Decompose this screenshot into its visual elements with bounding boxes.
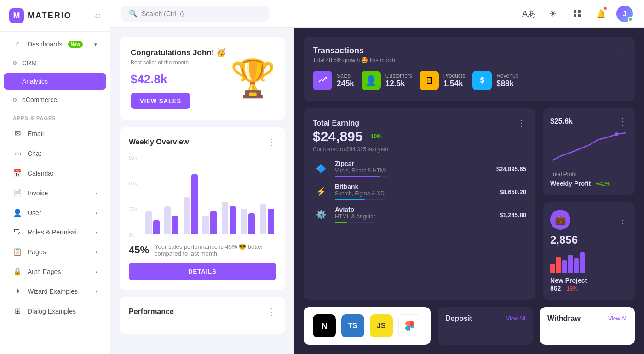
trans-stat-sales: Sales 245k [313, 71, 354, 90]
withdraw-title: Withdraw [547, 314, 581, 323]
sidebar-item-auth[interactable]: 🔒 Auth Pages › [4, 263, 106, 280]
search-input[interactable] [142, 10, 222, 17]
sidebar-item-ecommerce[interactable]: eCommerce [4, 91, 106, 108]
earning-item-zipcar: 🔷 Zipcar Vuejs, React & HTML $24,895.65 [313, 160, 526, 177]
content-right: Transactions Total 48.5% growth 🤩 this m… [294, 28, 644, 354]
sidebar-item-pages[interactable]: 📋 Pages › [4, 243, 106, 261]
revenue-icon: $ [472, 71, 492, 90]
sidebar-item-chat[interactable]: ▭ Chat [4, 144, 106, 162]
pages-icon: 📋 [13, 247, 22, 256]
total-profit-card: $25.6k ⋮ [543, 108, 635, 195]
sidebar-item-calendar-label: Calendar [28, 170, 54, 177]
bitbank-name: Bitbank [335, 183, 385, 190]
avatar-initials: J [623, 10, 627, 17]
sidebar-item-analytics[interactable]: Analytics [4, 73, 106, 90]
sidebar-item-crm[interactable]: CRM [4, 55, 106, 71]
deposit-view-all[interactable]: View All [506, 315, 525, 322]
right-mini-cards: $25.6k ⋮ [543, 108, 635, 300]
dashboards-badge: New [68, 41, 83, 48]
trans-stat-revenue-info: Revenue $88k [496, 73, 518, 88]
auth-arrow-icon: › [95, 269, 97, 274]
customers-icon: 👤 [362, 71, 381, 90]
new-project-card: 💼 ⋮ 2,856 New Project [543, 202, 635, 300]
search-box[interactable]: 🔍 [121, 6, 269, 22]
details-button[interactable]: DETAILS [129, 263, 276, 280]
aviato-progress-bg [335, 222, 375, 223]
sidebar-item-user[interactable]: 👤 User › [4, 204, 106, 222]
new-project-change: -18% [565, 285, 578, 292]
transactions-title: Transactions [313, 46, 395, 56]
bitbank-icon: ⚡ [313, 183, 329, 200]
sidebar-item-invoice[interactable]: 📄 Invoice › [4, 184, 106, 202]
user-icon: 👤 [13, 208, 22, 217]
sidebar-item-chat-label: Chat [28, 150, 41, 157]
mini-bar-4 [568, 255, 573, 273]
sidebar-item-dialog[interactable]: ⊞ Dialog Examples [4, 302, 106, 320]
apps-pages-section-label: APPS & PAGES [0, 109, 110, 124]
congrats-title: Congratulations John! 🥳 [131, 48, 274, 57]
products-icon: 🖥 [420, 71, 439, 90]
sidebar-item-wizard[interactable]: ✦ Wizard Examples › [4, 282, 106, 300]
sidebar-toggle-icon[interactable]: ⊙ [95, 11, 101, 20]
transactions-menu-icon[interactable]: ⋮ [616, 49, 626, 60]
bar-purple-7 [268, 209, 274, 234]
sidebar-item-dashboards[interactable]: ⌂ Dashboards New ▾ [4, 35, 106, 53]
mini-bar-1 [550, 264, 555, 273]
revenue-value: $88k [496, 79, 518, 88]
mini-bar-6 [580, 252, 585, 273]
earning-item-bitbank: ⚡ Bitbank Sketch, Figma & XD $8,650.20 [313, 183, 526, 200]
tech-logo-figma [398, 314, 421, 337]
sidebar: M MATERIO ⊙ ⌂ Dashboards New ▾ CRM Analy… [0, 0, 110, 354]
sidebar-item-email[interactable]: ✉ Email [4, 125, 106, 143]
bar-group-7 [260, 204, 276, 234]
mini-bar-2 [556, 257, 561, 273]
bar-group-1 [145, 211, 161, 234]
main-area: 🔍 Aあ ☀ 🔔 J [110, 0, 644, 354]
sidebar-item-user-label: User [28, 209, 41, 217]
transactions-card: Transactions Total 48.5% growth 🤩 this m… [304, 37, 635, 101]
performance-menu-icon[interactable]: ⋮ [267, 306, 276, 317]
bitbank-amount: $8,650.20 [500, 188, 526, 195]
bar-light-4 [202, 216, 209, 234]
wizard-arrow-icon: › [95, 289, 97, 294]
bars-area [145, 159, 276, 234]
sales-label: Sales [337, 73, 354, 79]
notification-icon[interactable]: 🔔 [592, 6, 609, 22]
withdraw-view-all[interactable]: View All [608, 315, 627, 322]
products-label: Products [443, 73, 465, 79]
invoice-arrow-icon: › [95, 190, 97, 196]
new-project-icon: 💼 [550, 210, 570, 230]
translate-icon[interactable]: Aあ [521, 6, 537, 22]
weekly-percentage: 45% [129, 244, 149, 256]
weekly-menu-icon[interactable]: ⋮ [267, 137, 276, 148]
aviato-progress-fill [335, 222, 347, 223]
weekly-chart: 90k 60k 30k 0k [129, 155, 276, 238]
logo-area: M MATERIO ⊙ [0, 0, 110, 32]
profit-amount: $25.6k [550, 117, 573, 126]
bar-purple-3 [191, 174, 198, 234]
sidebar-item-calendar[interactable]: 📅 Calendar [4, 164, 106, 182]
new-project-menu-icon[interactable]: ⋮ [618, 214, 627, 225]
profit-menu-icon[interactable]: ⋮ [618, 116, 627, 127]
bitbank-info: Bitbank Sketch, Figma & XD [335, 183, 385, 200]
logo-icon: M [9, 8, 24, 23]
earning-amount-row: $24,895 ↑ 10% [313, 129, 526, 144]
weekly-title: Weekly Overview [129, 138, 189, 146]
earning-menu-icon[interactable]: ⋮ [517, 118, 526, 129]
trans-stat-customers: 👤 Customers 12.5k [362, 71, 412, 90]
tech-logo-next: N [313, 314, 336, 337]
products-value: 1.54k [443, 79, 465, 88]
weekly-footer: 45% Your sales performance is 45% 😎 bett… [129, 243, 276, 257]
avatar[interactable]: J [616, 6, 633, 22]
sidebar-item-roles[interactable]: 🛡 Roles & Permissi... › [4, 223, 106, 241]
user-arrow-icon: › [95, 210, 97, 216]
customers-value: 12.5k [385, 79, 412, 88]
view-sales-button[interactable]: VIEW SALES [131, 93, 190, 109]
zipcar-sub: Vuejs, React & HTML [335, 167, 388, 174]
calendar-icon: 📅 [13, 169, 22, 177]
y-label-30k: 30k [129, 206, 137, 212]
theme-icon[interactable]: ☀ [545, 6, 561, 22]
grid-icon[interactable] [569, 6, 585, 22]
home-icon: ⌂ [13, 40, 22, 48]
zipcar-icon: 🔷 [313, 160, 329, 177]
